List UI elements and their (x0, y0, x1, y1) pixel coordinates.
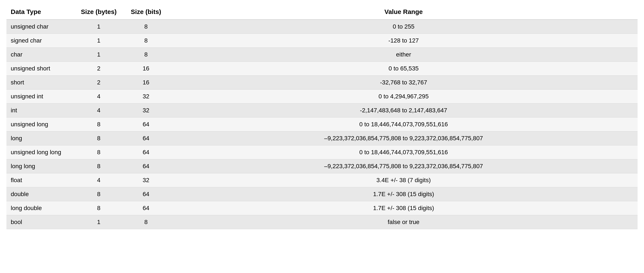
cell-bits: 8 (122, 215, 170, 229)
cell-bits: 64 (122, 131, 170, 145)
data-types-table: Data Type Size (bytes) Size (bits) Value… (6, 4, 638, 229)
table-row: double8641.7E +/- 308 (15 digits) (6, 187, 638, 201)
cell-bytes: 4 (75, 104, 122, 118)
cell-bits: 32 (122, 104, 170, 118)
cell-type: unsigned char (6, 20, 75, 34)
table-row: unsigned short2160 to 65,535 (6, 62, 638, 76)
cell-type: short (6, 76, 75, 90)
cell-bytes: 1 (75, 215, 122, 229)
table-row: long long864–9,223,372,036,854,775,808 t… (6, 159, 638, 173)
cell-bytes: 1 (75, 34, 122, 48)
cell-range: 0 to 65,535 (170, 62, 638, 76)
header-type: Data Type (6, 4, 75, 20)
cell-range: 1.7E +/- 308 (15 digits) (170, 187, 638, 201)
cell-range: -32,768 to 32,767 (170, 76, 638, 90)
cell-bits: 8 (122, 20, 170, 34)
table-row: unsigned long long8640 to 18,446,744,073… (6, 145, 638, 159)
cell-bytes: 1 (75, 48, 122, 62)
header-range: Value Range (170, 4, 638, 20)
cell-type: float (6, 173, 75, 187)
cell-bytes: 4 (75, 90, 122, 104)
cell-bytes: 8 (75, 201, 122, 215)
table-row: short216-32,768 to 32,767 (6, 76, 638, 90)
cell-bits: 16 (122, 76, 170, 90)
cell-range: 0 to 18,446,744,073,709,551,616 (170, 118, 638, 131)
cell-type: bool (6, 215, 75, 229)
table-row: unsigned long8640 to 18,446,744,073,709,… (6, 118, 638, 131)
cell-range: 0 to 255 (170, 20, 638, 34)
cell-bytes: 4 (75, 173, 122, 187)
cell-bytes: 8 (75, 159, 122, 173)
table-row: unsigned char180 to 255 (6, 20, 638, 34)
cell-type: unsigned int (6, 90, 75, 104)
cell-bits: 64 (122, 159, 170, 173)
cell-type: signed char (6, 34, 75, 48)
cell-type: long double (6, 201, 75, 215)
table-row: int432-2,147,483,648 to 2,147,483,647 (6, 104, 638, 118)
cell-type: unsigned long (6, 118, 75, 131)
cell-bytes: 2 (75, 76, 122, 90)
table-header-row: Data Type Size (bytes) Size (bits) Value… (6, 4, 638, 20)
cell-bits: 8 (122, 48, 170, 62)
table-row: long double8641.7E +/- 308 (15 digits) (6, 201, 638, 215)
table-row: char18either (6, 48, 638, 62)
cell-range: –9,223,372,036,854,775,808 to 9,223,372,… (170, 131, 638, 145)
header-bytes: Size (bytes) (75, 4, 122, 20)
cell-type: char (6, 48, 75, 62)
cell-type: double (6, 187, 75, 201)
cell-range: 0 to 4,294,967,295 (170, 90, 638, 104)
cell-bits: 8 (122, 34, 170, 48)
cell-bytes: 8 (75, 187, 122, 201)
cell-bytes: 8 (75, 131, 122, 145)
cell-bits: 32 (122, 90, 170, 104)
cell-type: long (6, 131, 75, 145)
cell-bits: 64 (122, 201, 170, 215)
cell-range: either (170, 48, 638, 62)
cell-type: unsigned long long (6, 145, 75, 159)
table-row: long864–9,223,372,036,854,775,808 to 9,2… (6, 131, 638, 145)
cell-range: 1.7E +/- 308 (15 digits) (170, 201, 638, 215)
table-row: unsigned int4320 to 4,294,967,295 (6, 90, 638, 104)
cell-bytes: 2 (75, 62, 122, 76)
cell-type: unsigned short (6, 62, 75, 76)
cell-bits: 64 (122, 145, 170, 159)
cell-bytes: 8 (75, 145, 122, 159)
cell-bits: 64 (122, 187, 170, 201)
cell-type: int (6, 104, 75, 118)
cell-range: 0 to 18,446,744,073,709,551,616 (170, 145, 638, 159)
cell-bits: 16 (122, 62, 170, 76)
header-bits: Size (bits) (122, 4, 170, 20)
table-row: float4323.4E +/- 38 (7 digits) (6, 173, 638, 187)
cell-range: false or true (170, 215, 638, 229)
cell-range: -128 to 127 (170, 34, 638, 48)
cell-range: -2,147,483,648 to 2,147,483,647 (170, 104, 638, 118)
cell-bytes: 1 (75, 20, 122, 34)
cell-range: –9,223,372,036,854,775,808 to 9,223,372,… (170, 159, 638, 173)
cell-type: long long (6, 159, 75, 173)
table-row: bool18false or true (6, 215, 638, 229)
cell-bytes: 8 (75, 118, 122, 131)
cell-bits: 32 (122, 173, 170, 187)
cell-range: 3.4E +/- 38 (7 digits) (170, 173, 638, 187)
table-row: signed char18-128 to 127 (6, 34, 638, 48)
cell-bits: 64 (122, 118, 170, 131)
